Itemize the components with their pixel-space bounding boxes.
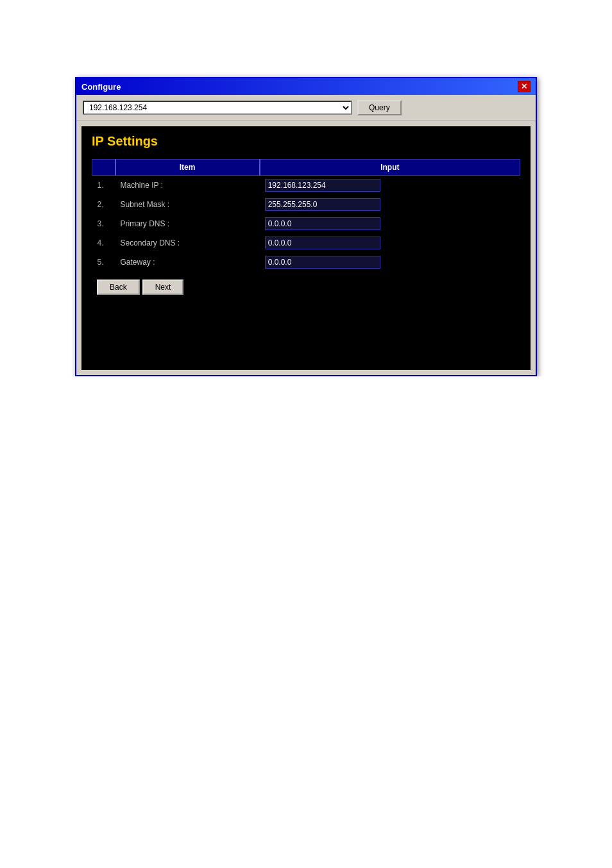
close-button[interactable]: ✕ [518,81,531,92]
table-row: 1.Machine IP : [92,176,520,196]
row-item: Subnet Mask : [115,195,260,214]
row-item: Primary DNS : [115,214,260,233]
row-input-cell[interactable] [260,195,520,214]
query-button[interactable]: Query [357,100,402,115]
row-input-field[interactable] [265,237,380,249]
ip-select[interactable]: 192.168.123.254 [83,101,352,115]
col-item-header: Item [115,160,260,176]
row-num: 5. [92,253,115,272]
table-row: 2.Subnet Mask : [92,195,520,214]
col-input-header: Input [260,160,520,176]
row-input-field[interactable] [265,179,380,192]
row-num: 1. [92,176,115,196]
col-num-header [92,160,115,176]
button-row: Back Next [92,280,520,295]
table-row: 4.Secondary DNS : [92,233,520,253]
back-button[interactable]: Back [97,280,140,295]
settings-table: Item Input 1.Machine IP :2.Subnet Mask :… [92,159,520,272]
row-input-field[interactable] [265,198,380,211]
row-input-field[interactable] [265,256,380,269]
window-title: Configure [81,82,121,92]
toolbar: 192.168.123.254 Query [76,95,536,121]
row-input-cell[interactable] [260,253,520,272]
next-button[interactable]: Next [142,280,184,295]
ip-dropdown-wrapper[interactable]: 192.168.123.254 [83,101,352,115]
table-row: 5.Gateway : [92,253,520,272]
row-input-cell[interactable] [260,176,520,196]
row-input-cell[interactable] [260,233,520,253]
row-num: 2. [92,195,115,214]
row-item: Gateway : [115,253,260,272]
section-title: IP Settings [92,134,520,149]
configure-window: Configure ✕ 192.168.123.254 Query IP Set… [75,77,537,376]
content-area: IP Settings Item Input 1.Machine IP :2.S… [81,126,531,370]
row-num: 4. [92,233,115,253]
row-item: Secondary DNS : [115,233,260,253]
title-bar: Configure ✕ [76,78,536,95]
table-row: 3.Primary DNS : [92,214,520,233]
row-num: 3. [92,214,115,233]
row-input-cell[interactable] [260,214,520,233]
row-item: Machine IP : [115,176,260,196]
row-input-field[interactable] [265,217,380,230]
